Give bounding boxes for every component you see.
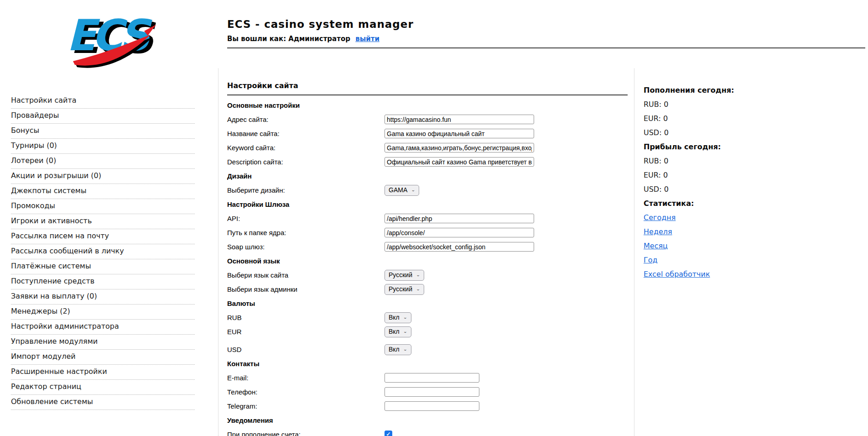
stats-value-line: EUR: 0 [644, 171, 794, 180]
site-keywords-input[interactable] [385, 143, 534, 152]
excel-processor-link[interactable]: Excel обработчик [644, 270, 710, 279]
sidebar-item-payout-requests[interactable]: Заявки на выплату (0) [11, 289, 195, 305]
soap-gateway-input[interactable] [385, 242, 534, 252]
stats-header-profit-today: Прибыль сегодня: [644, 142, 794, 152]
admin-language-select[interactable]: Русский⌄ [385, 284, 424, 295]
ecs-logo-image: ECS ECS [63, 9, 156, 68]
sidebar-item-incoming-funds[interactable]: Поступление средств [11, 274, 195, 289]
eur-select-value: Вкл [389, 328, 400, 335]
sidebar-item-pm-mailing[interactable]: Рассылка сообщений в личку [11, 244, 195, 259]
site-name-input[interactable] [385, 129, 534, 138]
form-row-usd: USDВкл⌄ [227, 345, 628, 354]
phone-label: Телефон: [227, 388, 385, 396]
sidebar-item-promocodes[interactable]: Промокоды [11, 199, 195, 214]
core-path-input[interactable] [385, 228, 534, 237]
deposit-notification-checkbox[interactable]: ✓ [385, 431, 392, 436]
site-language-select[interactable]: Русский⌄ [385, 270, 424, 281]
section-header-main-settings: Основные настройки [227, 100, 628, 110]
stats-week-link[interactable]: Неделя [644, 227, 672, 236]
phone-input[interactable] [385, 387, 479, 397]
sidebar-item-advanced-settings[interactable]: Расширенные настройки [11, 365, 195, 380]
stats-header-deposits-today: Пополнения сегодня: [644, 86, 794, 95]
form-row-site-language: Выбери язык сайтаРусский⌄ [227, 270, 628, 280]
stats-month-link[interactable]: Месяц [644, 242, 668, 251]
site-language-select-value: Русский [389, 271, 412, 278]
stats-value-line: RUB: 0 [644, 100, 794, 109]
core-path-label: Путь к папке ядра: [227, 229, 385, 236]
sidebar-item-page-editor[interactable]: Редактор страниц [11, 380, 195, 395]
sidebar-item-lotteries[interactable]: Лотереи (0) [11, 154, 195, 169]
section-header-notifications: Уведомления [227, 415, 628, 425]
form-row-telegram: Telegram: [227, 401, 628, 411]
form-row-rub: RUBВкл⌄ [227, 313, 628, 322]
sidebar-item-promotions[interactable]: Акции и розыгрыши (0) [11, 169, 195, 184]
admin-language-label: Выбери язык админки [227, 285, 385, 293]
chevron-down-icon: ⌄ [403, 347, 407, 352]
site-description-label: Description сайта: [227, 158, 385, 166]
site-language-label: Выбери язык сайта [227, 271, 385, 279]
form-row-soap-gateway: Soap шлюз: [227, 242, 628, 252]
section-header-currencies: Валюты [227, 299, 628, 308]
chevron-down-icon: ⌄ [403, 315, 407, 320]
design-select[interactable]: GAMA⌄ [385, 185, 419, 196]
design-label: Выберите дизайн: [227, 186, 385, 194]
design-select-value: GAMA [389, 186, 407, 194]
stats-value-line: RUB: 0 [644, 157, 794, 166]
admin-language-select-value: Русский [389, 285, 412, 293]
page-title: Настройки сайта [227, 81, 628, 90]
rub-select-value: Вкл [389, 314, 400, 321]
eur-select[interactable]: Вкл⌄ [385, 326, 411, 337]
main-content: Настройки сайта Основные настройкиАдрес … [227, 81, 628, 436]
main-stats-divider [634, 68, 634, 436]
settings-form: Основные настройкиАдрес сайта:Название с… [227, 100, 628, 436]
sidebar-item-system-update[interactable]: Обновление системы [11, 395, 195, 410]
chevron-down-icon: ⌄ [411, 188, 415, 192]
stats-today-link[interactable]: Сегодня [644, 213, 676, 222]
form-row-admin-language: Выбери язык админкиРусский⌄ [227, 284, 628, 294]
site-description-input[interactable] [385, 157, 534, 167]
telegram-label: Telegram: [227, 402, 385, 410]
form-row-site-name: Название сайта: [227, 129, 628, 138]
form-row-email: E-mail: [227, 373, 628, 383]
sidebar-item-admin-settings[interactable]: Настройки администратора [11, 320, 195, 335]
soap-gateway-label: Soap шлюз: [227, 243, 385, 251]
site-address-input[interactable] [385, 115, 534, 124]
sidebar-item-module-management[interactable]: Управление модулями [11, 335, 195, 350]
api-input[interactable] [385, 214, 534, 223]
stats-header-statistics: Статистика: [644, 199, 794, 208]
stats-year-link[interactable]: Год [644, 256, 658, 265]
rub-label: RUB [227, 314, 385, 321]
page-header: ECS - casino system manager Вы вошли как… [227, 18, 414, 43]
email-input[interactable] [385, 373, 479, 383]
form-row-site-address: Адрес сайта: [227, 115, 628, 124]
sidebar-item-email-mailing[interactable]: Рассылка писем на почту [11, 229, 195, 244]
form-row-deposit-notification: При пополнение счета:✓ [227, 430, 628, 436]
sidebar-item-tournaments[interactable]: Турниры (0) [11, 139, 195, 154]
section-header-contacts: Контакты [227, 359, 628, 368]
form-row-api: API: [227, 214, 628, 223]
sidebar-item-providers[interactable]: Провайдеры [11, 109, 195, 124]
sidebar-item-managers[interactable]: Менеджеры (2) [11, 305, 195, 320]
telegram-input[interactable] [385, 401, 479, 411]
site-name-label: Название сайта: [227, 130, 385, 137]
chevron-down-icon: ⌄ [403, 329, 407, 334]
rub-select[interactable]: Вкл⌄ [385, 312, 411, 323]
ecs-logo[interactable]: ECS ECS [63, 9, 156, 68]
usd-select[interactable]: Вкл⌄ [385, 344, 411, 355]
logout-link[interactable]: выйти [355, 35, 379, 43]
stats-value-line: EUR: 0 [644, 114, 794, 123]
site-keywords-label: Keyword сайта: [227, 144, 385, 152]
sidebar-item-jackpots[interactable]: Джекпоты системы [11, 184, 195, 199]
sidebar-item-site-settings[interactable]: Настройки сайта [11, 94, 195, 109]
sidebar-item-bonuses[interactable]: Бонусы [11, 124, 195, 139]
form-row-site-keywords: Keyword сайта: [227, 143, 628, 152]
title-divider [227, 95, 628, 95]
form-row-phone: Телефон: [227, 387, 628, 397]
sidebar-item-payment-systems[interactable]: Платёжные системы [11, 259, 195, 274]
header-divider [227, 47, 865, 48]
login-status: Вы вошли как: Администратор выйти [227, 35, 414, 43]
sidebar-item-module-import[interactable]: Импорт модулей [11, 350, 195, 365]
sidebar-item-players-activity[interactable]: Игроки и активность [11, 214, 195, 229]
chevron-down-icon: ⌄ [416, 273, 420, 277]
usd-select-value: Вкл [389, 346, 400, 353]
